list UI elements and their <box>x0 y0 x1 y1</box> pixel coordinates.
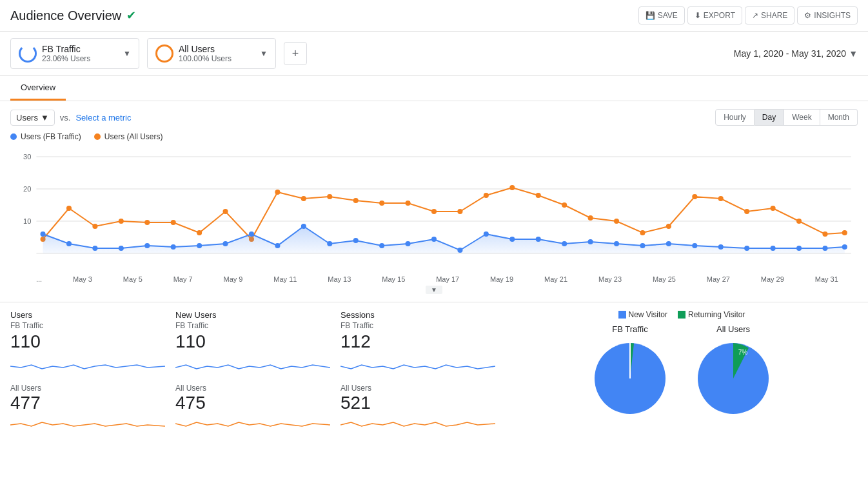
segment-fb-traffic[interactable]: FB Traffic 23.06% Users ▼ <box>10 38 139 69</box>
x-label: May 9 <box>224 275 243 283</box>
svg-point-24 <box>484 193 489 198</box>
select-metric-link[interactable]: Select a metric <box>75 113 131 123</box>
legend-all-users: Users (All Users) <box>94 132 163 141</box>
metric-card-new-users: New Users FB Traffic 110 All Users 475 <box>175 310 330 438</box>
save-button[interactable]: 💾 SAVE <box>638 6 685 25</box>
pie-legend-returning-visitor: Returning Visitor <box>678 310 745 319</box>
x-label: May 19 <box>490 275 513 283</box>
x-label: May 29 <box>761 275 784 283</box>
new-visitor-box <box>618 311 626 319</box>
sessions-fb-sparkline <box>340 353 495 377</box>
insights-button[interactable]: ⚙ INSIGHTS <box>797 6 858 25</box>
new-users-fb-sparkline <box>175 353 330 377</box>
x-label: May 25 <box>653 275 676 283</box>
svg-point-63 <box>640 243 645 248</box>
new-users-all-sublabel: All Users <box>175 384 330 393</box>
new-users-label: New Users <box>175 310 330 320</box>
users-fb-sublabel: FB Traffic <box>10 321 165 330</box>
x-label: May 21 <box>544 275 567 283</box>
sessions-all-value: 521 <box>340 393 495 413</box>
pie-all-users: All Users 7% <box>691 324 775 420</box>
x-label: May 27 <box>707 275 730 283</box>
sessions-fb-value: 112 <box>340 331 495 352</box>
chart-svg: 30 20 10 <box>10 144 858 273</box>
x-axis: ... May 3 May 5 May 7 May 9 May 11 May 1… <box>10 275 858 283</box>
week-button[interactable]: Week <box>784 109 820 126</box>
legend-fb-traffic: Users (FB Traffic) <box>10 132 81 141</box>
legend-all-dot <box>94 133 101 140</box>
export-button[interactable]: ⬇ EXPORT <box>687 6 742 25</box>
x-label: May 13 <box>328 275 351 283</box>
share-icon: ↗ <box>752 11 758 20</box>
pie-all-title: All Users <box>716 324 750 334</box>
chart-section: Users ▼ vs. Select a metric Hourly Day W… <box>0 101 868 302</box>
date-range[interactable]: May 1, 2020 - May 31, 2020 ▼ <box>734 48 858 59</box>
svg-point-43 <box>119 246 124 251</box>
svg-point-61 <box>588 239 593 244</box>
x-label: May 23 <box>598 275 622 283</box>
time-buttons: Hourly Day Week Month <box>715 109 858 126</box>
svg-point-60 <box>562 241 567 246</box>
svg-text:10: 10 <box>23 217 31 225</box>
svg-point-68 <box>771 246 776 251</box>
chevron-down-icon-2: ▼ <box>260 49 268 58</box>
svg-point-21 <box>406 201 411 206</box>
svg-point-44 <box>144 243 150 248</box>
svg-point-17 <box>301 196 306 201</box>
fb-traffic-icon <box>19 44 37 63</box>
hourly-button[interactable]: Hourly <box>715 109 755 126</box>
share-button[interactable]: ↗ SHARE <box>745 6 794 25</box>
svg-point-8 <box>66 206 72 211</box>
svg-point-52 <box>353 238 359 243</box>
segment-all-users[interactable]: All Users 100.00% Users ▼ <box>147 38 276 69</box>
tab-overview[interactable]: Overview <box>10 76 66 101</box>
sessions-fb-sublabel: FB Traffic <box>340 321 495 330</box>
users-label: Users <box>10 310 165 320</box>
svg-point-46 <box>197 243 202 248</box>
users-fb-value: 110 <box>10 331 165 352</box>
sessions-all-sparkline <box>340 413 495 437</box>
metric-dropdown[interactable]: Users ▼ <box>10 110 55 126</box>
tab-bar: Overview <box>0 76 868 101</box>
segment-all-info: All Users 100.00% Users <box>179 44 255 63</box>
svg-point-12 <box>171 220 176 225</box>
pie-legend-new-visitor: New Visitor <box>618 310 667 319</box>
svg-point-33 <box>718 196 724 201</box>
x-label: May 17 <box>436 275 459 283</box>
new-visitor-label: New Visitor <box>629 310 667 319</box>
pie-legend: New Visitor Returning Visitor <box>618 310 745 319</box>
svg-point-25 <box>509 185 515 190</box>
svg-point-71 <box>842 244 847 250</box>
svg-point-35 <box>771 206 776 211</box>
add-segment-button[interactable]: + <box>284 42 307 65</box>
segment-fb-pct: 23.06% Users <box>42 54 118 63</box>
svg-point-45 <box>171 244 176 250</box>
metric-card-users: Users FB Traffic 110 All Users 477 <box>10 310 165 438</box>
svg-point-9 <box>92 224 97 229</box>
insights-icon: ⚙ <box>804 11 811 20</box>
vs-text: vs. <box>60 113 71 123</box>
svg-point-56 <box>457 248 462 253</box>
day-button[interactable]: Day <box>755 109 784 126</box>
pie-all-svg: 7% <box>691 337 775 420</box>
svg-point-70 <box>822 246 827 251</box>
svg-point-23 <box>457 209 462 214</box>
legend-fb-dot <box>10 133 17 140</box>
chevron-down-icon: ▼ <box>123 49 131 58</box>
pie-fb-svg <box>588 337 672 420</box>
svg-point-31 <box>666 224 671 229</box>
svg-point-10 <box>119 219 124 224</box>
svg-point-26 <box>536 193 541 198</box>
svg-point-28 <box>588 215 593 221</box>
segment-fb-info: FB Traffic 23.06% Users <box>42 44 118 63</box>
legend-fb-label: Users (FB Traffic) <box>21 132 81 141</box>
header: Audience Overview ✔ 💾 SAVE ⬇ EXPORT ↗ SH… <box>0 0 868 32</box>
svg-point-53 <box>379 243 384 248</box>
header-actions: 💾 SAVE ⬇ EXPORT ↗ SHARE ⚙ INSIGHTS <box>638 6 858 25</box>
users-all-value: 477 <box>10 393 165 413</box>
month-button[interactable]: Month <box>820 109 858 126</box>
svg-point-41 <box>66 241 72 246</box>
svg-point-50 <box>301 224 306 229</box>
svg-point-36 <box>796 219 802 224</box>
all-users-icon <box>155 44 173 63</box>
